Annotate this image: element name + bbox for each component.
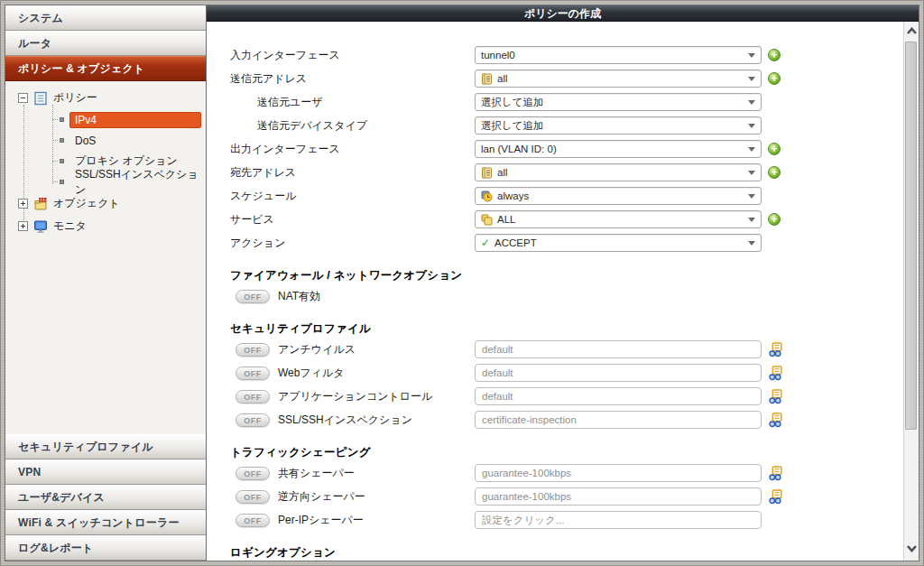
- shared-shaper-input[interactable]: [475, 464, 762, 482]
- per-ip-shaper-toggle[interactable]: OFF: [236, 514, 270, 527]
- tree-item-monitor: モニタ: [5, 215, 206, 237]
- collapse-icon[interactable]: [18, 93, 28, 103]
- sidebar-item-wifi-switch-controller[interactable]: WiFi & スイッチコントローラー: [5, 510, 206, 535]
- view-shaper-icon[interactable]: [768, 489, 783, 505]
- appcontrol-row: OFF アプリケーションコントロール: [230, 385, 903, 408]
- field-label: 宛先アドレス: [230, 165, 475, 181]
- monitor-icon: [33, 219, 48, 234]
- main-panel: ポリシーの作成 入力インターフェース tunnel0 送信元アドレス all: [207, 5, 919, 561]
- tree-bullet-icon: [60, 159, 64, 163]
- form-row: 送信元アドレス all: [230, 67, 903, 90]
- source-user-select[interactable]: 選択して追加: [475, 93, 762, 111]
- tree-item-dos[interactable]: DoS: [5, 130, 206, 151]
- sidebar-tree: ポリシー IPv4 DoS プロキシ オプション SSL/SSHインスペクション: [5, 81, 206, 434]
- sidebar-item-policy-objects[interactable]: ポリシー & オブジェクト: [5, 56, 206, 81]
- webfilter-row: OFF Webフィルタ: [230, 361, 903, 385]
- nat-toggle[interactable]: OFF: [236, 290, 270, 303]
- ssl-inspection-toggle[interactable]: OFF: [236, 413, 270, 427]
- add-destination-address-button[interactable]: [768, 166, 781, 179]
- scrollbar[interactable]: [903, 22, 919, 561]
- add-source-address-button[interactable]: [768, 72, 781, 85]
- appcontrol-toggle[interactable]: OFF: [236, 390, 270, 404]
- field-label: 送信元ユーザ: [230, 95, 475, 110]
- service-icon: [481, 214, 493, 226]
- shared-shaper-toggle[interactable]: OFF: [236, 467, 270, 480]
- add-service-button[interactable]: [768, 213, 781, 226]
- antivirus-row: OFF アンチウイルス: [230, 338, 903, 361]
- per-ip-shaper-input[interactable]: [475, 511, 762, 529]
- tree-item-ssl-ssh-inspection[interactable]: SSL/SSHインスペクション: [5, 172, 206, 192]
- field-label: 入力インターフェース: [230, 48, 475, 63]
- source-address-select[interactable]: all: [475, 70, 762, 88]
- ssl-inspection-profile-input[interactable]: [475, 411, 762, 429]
- reverse-shaper-toggle[interactable]: OFF: [236, 490, 270, 504]
- scrollbar-thumb[interactable]: [905, 42, 917, 430]
- action-select[interactable]: ✓ ACCEPT: [475, 234, 762, 252]
- webfilter-label: Webフィルタ: [278, 366, 345, 381]
- antivirus-toggle[interactable]: OFF: [236, 343, 270, 357]
- chevron-down-icon: [748, 218, 755, 222]
- shared-shaper-row: OFF 共有シェーパー: [230, 461, 903, 485]
- chevron-down-icon: [748, 100, 755, 105]
- sidebar-item-router[interactable]: ルータ: [5, 31, 206, 56]
- view-profile-icon[interactable]: [768, 366, 783, 381]
- tree-item-monitor-label[interactable]: モニタ: [53, 218, 87, 234]
- source-device-type-select[interactable]: 選択して追加: [475, 116, 762, 135]
- form-row: 送信元デバイスタイプ 選択して追加: [230, 114, 903, 137]
- webfilter-profile-input[interactable]: [475, 364, 762, 382]
- check-icon: ✓: [481, 237, 490, 249]
- sidebar-item-system[interactable]: システム: [5, 5, 206, 31]
- chevron-down-icon: [748, 124, 755, 128]
- form-row: アクション ✓ ACCEPT: [230, 231, 903, 255]
- destination-address-select[interactable]: all: [475, 163, 762, 181]
- sidebar-item-log-report[interactable]: ログ&レポート: [5, 535, 206, 561]
- expand-icon[interactable]: [18, 199, 28, 209]
- chevron-down-icon: [748, 53, 755, 58]
- policy-form: 入力インターフェース tunnel0 送信元アドレス all: [207, 22, 903, 561]
- section-title-traffic-shaping: トラフィックシェーピング: [230, 443, 903, 461]
- tree-item-policy-label[interactable]: ポリシー: [53, 90, 97, 106]
- chevron-down-icon: [748, 194, 755, 199]
- tree-item-objects-label[interactable]: オブジェクト: [53, 196, 120, 211]
- section-title-security-profiles: セキュリティプロファイル: [230, 320, 903, 338]
- view-profile-icon[interactable]: [768, 413, 783, 428]
- scroll-up-icon[interactable]: [904, 24, 919, 39]
- webfilter-toggle[interactable]: OFF: [236, 367, 270, 380]
- tree-item-ipv4[interactable]: IPv4: [5, 109, 206, 130]
- tree-bullet-icon: [60, 117, 64, 122]
- schedule-select[interactable]: always: [475, 187, 762, 205]
- scroll-down-icon[interactable]: [904, 541, 919, 555]
- tree-bullet-icon: [60, 138, 64, 143]
- antivirus-profile-input[interactable]: [475, 340, 762, 358]
- appcontrol-profile-input[interactable]: [475, 387, 762, 405]
- address-book-icon: [481, 167, 493, 179]
- form-row: 送信元ユーザ 選択して追加: [230, 90, 903, 114]
- address-book-icon: [481, 73, 493, 85]
- add-interface-button[interactable]: [768, 49, 781, 61]
- view-profile-icon[interactable]: [768, 342, 783, 357]
- reverse-shaper-row: OFF 逆方向シェーパー: [230, 485, 903, 508]
- objects-folder-icon: [33, 197, 48, 211]
- nat-label: NAT有効: [278, 289, 320, 304]
- tree-item-objects: オブジェクト: [5, 192, 206, 215]
- form-row: 宛先アドレス all: [230, 161, 903, 184]
- sidebar-item-user-device[interactable]: ユーザ&デバイス: [5, 485, 206, 510]
- sidebar-item-security-profiles[interactable]: セキュリティプロファイル: [5, 434, 206, 459]
- service-select[interactable]: ALL: [475, 210, 762, 228]
- sidebar-item-vpn[interactable]: VPN: [5, 459, 206, 485]
- view-profile-icon[interactable]: [768, 389, 783, 404]
- tree-bullet-icon: [60, 180, 64, 184]
- field-label: 出力インターフェース: [230, 142, 475, 157]
- per-ip-shaper-row: OFF Per-IPシェーパー: [230, 508, 903, 532]
- chevron-down-icon: [748, 77, 755, 81]
- outgoing-interface-select[interactable]: lan (VLAN ID: 0): [475, 140, 762, 158]
- field-label: 送信元アドレス: [230, 71, 475, 87]
- sidebar: システム ルータ ポリシー & オブジェクト ポリシー IPv4 DoS: [5, 5, 207, 561]
- expand-icon[interactable]: [18, 221, 28, 231]
- section-title-logging-options: ロギングオプション: [230, 543, 903, 561]
- add-outgoing-interface-button[interactable]: [768, 143, 781, 155]
- view-shaper-icon[interactable]: [768, 466, 783, 481]
- incoming-interface-select[interactable]: tunnel0: [475, 46, 762, 64]
- form-row: 入力インターフェース tunnel0: [230, 43, 903, 67]
- reverse-shaper-input[interactable]: [475, 487, 762, 506]
